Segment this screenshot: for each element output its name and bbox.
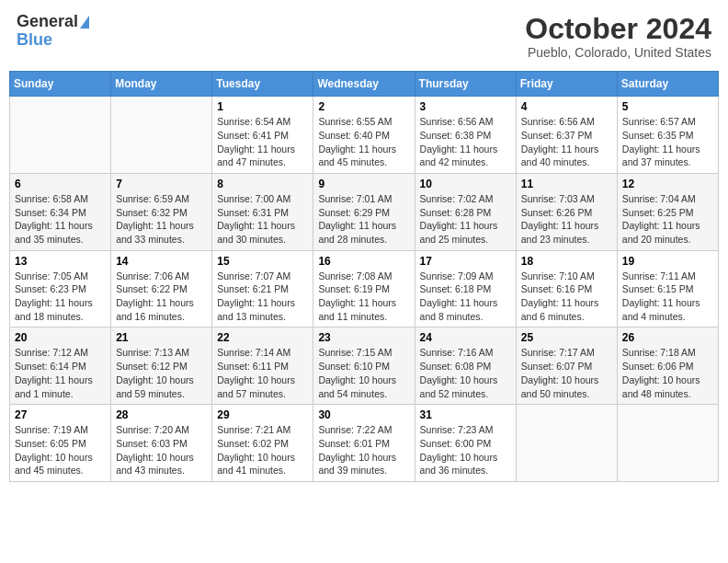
day-detail: Sunrise: 6:56 AMSunset: 6:37 PMDaylight:…: [521, 116, 599, 167]
day-header-friday: Friday: [516, 72, 617, 97]
day-detail: Sunrise: 7:12 AMSunset: 6:14 PMDaylight:…: [15, 347, 93, 398]
day-cell: 5 Sunrise: 6:57 AMSunset: 6:35 PMDayligh…: [617, 97, 718, 174]
day-number: 30: [318, 408, 409, 421]
week-row-1: 1 Sunrise: 6:54 AMSunset: 6:41 PMDayligh…: [10, 97, 719, 174]
day-number: 3: [420, 100, 511, 113]
day-number: 2: [318, 100, 409, 113]
day-cell: 24 Sunrise: 7:16 AMSunset: 6:08 PMDaylig…: [415, 327, 516, 405]
day-number: 7: [116, 178, 207, 190]
day-number: 8: [217, 178, 308, 190]
day-detail: Sunrise: 7:17 AMSunset: 6:07 PMDaylight:…: [521, 347, 599, 398]
logo-triangle-icon: [80, 16, 89, 29]
day-cell: [617, 405, 718, 482]
day-number: 21: [116, 331, 207, 344]
day-detail: Sunrise: 6:57 AMSunset: 6:35 PMDaylight:…: [622, 116, 700, 167]
day-detail: Sunrise: 6:59 AMSunset: 6:32 PMDaylight:…: [116, 193, 194, 245]
week-row-2: 6 Sunrise: 6:58 AMSunset: 6:34 PMDayligh…: [10, 173, 719, 250]
day-number: 18: [521, 255, 612, 268]
day-number: 15: [217, 255, 308, 268]
day-detail: Sunrise: 6:56 AMSunset: 6:38 PMDaylight:…: [420, 116, 498, 167]
day-detail: Sunrise: 6:54 AMSunset: 6:41 PMDaylight:…: [217, 116, 295, 167]
day-cell: 26 Sunrise: 7:18 AMSunset: 6:06 PMDaylig…: [617, 327, 718, 405]
day-cell: 27 Sunrise: 7:19 AMSunset: 6:05 PMDaylig…: [10, 405, 111, 482]
day-cell: [10, 97, 111, 174]
day-detail: Sunrise: 7:15 AMSunset: 6:10 PMDaylight:…: [318, 347, 396, 398]
day-detail: Sunrise: 7:11 AMSunset: 6:15 PMDaylight:…: [622, 270, 700, 322]
calendar-table: SundayMondayTuesdayWednesdayThursdayFrid…: [9, 71, 719, 482]
day-number: 10: [420, 178, 511, 190]
day-detail: Sunrise: 7:04 AMSunset: 6:25 PMDaylight:…: [622, 193, 700, 245]
day-cell: 8 Sunrise: 7:00 AMSunset: 6:31 PMDayligh…: [212, 173, 313, 250]
day-number: 28: [116, 408, 207, 421]
day-cell: 23 Sunrise: 7:15 AMSunset: 6:10 PMDaylig…: [313, 327, 415, 405]
day-cell: 30 Sunrise: 7:22 AMSunset: 6:01 PMDaylig…: [313, 405, 415, 482]
day-detail: Sunrise: 7:23 AMSunset: 6:00 PMDaylight:…: [420, 424, 498, 476]
day-cell: 14 Sunrise: 7:06 AMSunset: 6:22 PMDaylig…: [111, 250, 212, 327]
day-number: 22: [217, 331, 308, 344]
day-cell: 10 Sunrise: 7:02 AMSunset: 6:28 PMDaylig…: [415, 173, 516, 250]
day-detail: Sunrise: 7:13 AMSunset: 6:12 PMDaylight:…: [116, 347, 194, 398]
logo-blue-text: Blue: [17, 31, 52, 50]
day-header-saturday: Saturday: [617, 72, 718, 97]
day-cell: [516, 405, 617, 482]
day-detail: Sunrise: 7:01 AMSunset: 6:29 PMDaylight:…: [318, 193, 396, 245]
day-header-tuesday: Tuesday: [212, 72, 313, 97]
day-number: 1: [217, 100, 308, 113]
day-detail: Sunrise: 7:10 AMSunset: 6:16 PMDaylight:…: [521, 270, 599, 322]
logo-general-text: General: [17, 13, 78, 31]
day-number: 5: [622, 100, 713, 113]
day-cell: 2 Sunrise: 6:55 AMSunset: 6:40 PMDayligh…: [313, 97, 415, 174]
day-detail: Sunrise: 7:02 AMSunset: 6:28 PMDaylight:…: [420, 193, 498, 245]
day-number: 11: [521, 178, 612, 190]
day-cell: 1 Sunrise: 6:54 AMSunset: 6:41 PMDayligh…: [212, 97, 313, 174]
day-number: 4: [521, 100, 612, 113]
day-number: 14: [116, 255, 207, 268]
page-header: General Blue October 2024 Pueblo, Colora…: [9, 9, 719, 63]
day-number: 6: [15, 178, 106, 190]
day-detail: Sunrise: 7:18 AMSunset: 6:06 PMDaylight:…: [622, 347, 700, 398]
day-cell: 6 Sunrise: 6:58 AMSunset: 6:34 PMDayligh…: [10, 173, 111, 250]
day-cell: 25 Sunrise: 7:17 AMSunset: 6:07 PMDaylig…: [516, 327, 617, 405]
day-number: 20: [15, 331, 106, 344]
day-number: 31: [420, 408, 511, 421]
day-cell: 22 Sunrise: 7:14 AMSunset: 6:11 PMDaylig…: [212, 327, 313, 405]
day-detail: Sunrise: 7:19 AMSunset: 6:05 PMDaylight:…: [15, 424, 93, 476]
day-detail: Sunrise: 7:08 AMSunset: 6:19 PMDaylight:…: [318, 270, 396, 322]
day-detail: Sunrise: 7:14 AMSunset: 6:11 PMDaylight:…: [217, 347, 295, 398]
day-number: 17: [420, 255, 511, 268]
day-cell: 4 Sunrise: 6:56 AMSunset: 6:37 PMDayligh…: [516, 97, 617, 174]
day-cell: 20 Sunrise: 7:12 AMSunset: 6:14 PMDaylig…: [10, 327, 111, 405]
day-number: 12: [622, 178, 713, 190]
day-number: 25: [521, 331, 612, 344]
day-detail: Sunrise: 7:22 AMSunset: 6:01 PMDaylight:…: [318, 424, 396, 476]
day-number: 27: [15, 408, 106, 421]
month-title: October 2024: [525, 13, 711, 45]
week-row-4: 20 Sunrise: 7:12 AMSunset: 6:14 PMDaylig…: [10, 327, 719, 405]
day-cell: 19 Sunrise: 7:11 AMSunset: 6:15 PMDaylig…: [617, 250, 718, 327]
day-number: 29: [217, 408, 308, 421]
day-cell: 9 Sunrise: 7:01 AMSunset: 6:29 PMDayligh…: [313, 173, 415, 250]
day-detail: Sunrise: 7:03 AMSunset: 6:26 PMDaylight:…: [521, 193, 599, 245]
day-number: 13: [15, 255, 106, 268]
day-detail: Sunrise: 7:07 AMSunset: 6:21 PMDaylight:…: [217, 270, 295, 322]
day-cell: 12 Sunrise: 7:04 AMSunset: 6:25 PMDaylig…: [617, 173, 718, 250]
day-cell: 13 Sunrise: 7:05 AMSunset: 6:23 PMDaylig…: [10, 250, 111, 327]
day-detail: Sunrise: 7:21 AMSunset: 6:02 PMDaylight:…: [217, 424, 295, 476]
week-row-5: 27 Sunrise: 7:19 AMSunset: 6:05 PMDaylig…: [10, 405, 719, 482]
day-number: 9: [318, 178, 409, 190]
day-detail: Sunrise: 6:58 AMSunset: 6:34 PMDaylight:…: [15, 193, 93, 245]
day-number: 26: [622, 331, 713, 344]
day-detail: Sunrise: 7:20 AMSunset: 6:03 PMDaylight:…: [116, 424, 194, 476]
day-cell: 28 Sunrise: 7:20 AMSunset: 6:03 PMDaylig…: [111, 405, 212, 482]
day-detail: Sunrise: 7:16 AMSunset: 6:08 PMDaylight:…: [420, 347, 498, 398]
day-cell: 21 Sunrise: 7:13 AMSunset: 6:12 PMDaylig…: [111, 327, 212, 405]
day-detail: Sunrise: 7:05 AMSunset: 6:23 PMDaylight:…: [15, 270, 93, 322]
day-cell: 16 Sunrise: 7:08 AMSunset: 6:19 PMDaylig…: [313, 250, 415, 327]
day-header-monday: Monday: [111, 72, 212, 97]
day-cell: 7 Sunrise: 6:59 AMSunset: 6:32 PMDayligh…: [111, 173, 212, 250]
day-number: 24: [420, 331, 511, 344]
title-block: October 2024 Pueblo, Colorado, United St…: [525, 13, 711, 60]
day-cell: 11 Sunrise: 7:03 AMSunset: 6:26 PMDaylig…: [516, 173, 617, 250]
day-detail: Sunrise: 7:06 AMSunset: 6:22 PMDaylight:…: [116, 270, 194, 322]
day-cell: [111, 97, 212, 174]
